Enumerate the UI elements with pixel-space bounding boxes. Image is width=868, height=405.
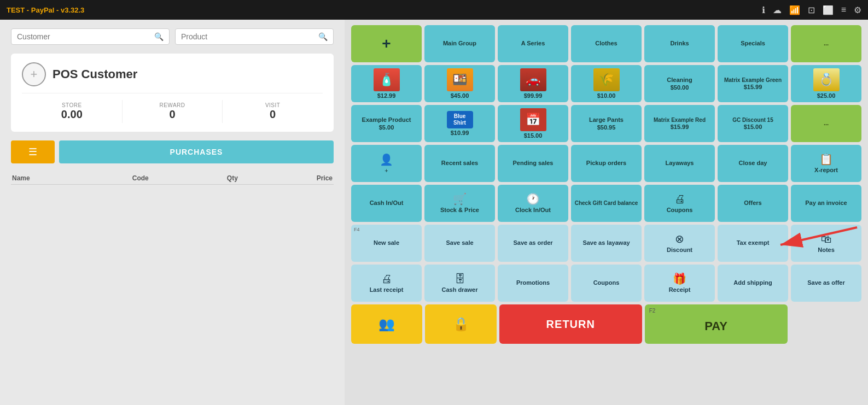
customers-icon: 👥 — [378, 316, 395, 332]
offers-tile[interactable]: Offers — [718, 185, 788, 222]
left-panel: 🔍 🔍 + POS Customer STORE 0.00 REWARD 0 — [0, 20, 345, 405]
cash-drawer-tile[interactable]: 🗄 Cash drawer — [424, 265, 495, 302]
menu-icon[interactable]: ≡ — [841, 5, 846, 15]
pickup-orders-tile[interactable]: Pickup orders — [571, 145, 642, 182]
monitor-icon[interactable]: ⊡ — [808, 5, 815, 15]
a-series-label: A Series — [521, 40, 545, 47]
product-search-icon: 🔍 — [318, 32, 328, 41]
large-pants-tile[interactable]: Large Pants $50.95 — [571, 105, 642, 142]
save-sale-tile[interactable]: Save sale — [424, 225, 495, 262]
coupons-tile-row5[interactable]: 🖨 Coupons — [644, 185, 715, 222]
product-bottle-tile[interactable]: 🧴 $12.99 — [351, 65, 422, 102]
save-as-layaway-tile[interactable]: Save as layaway — [571, 225, 642, 262]
more-categories-tile[interactable]: ... — [791, 25, 861, 62]
return-button[interactable]: RETURN — [499, 304, 642, 344]
cleaning-label: Cleaning — [667, 77, 692, 84]
last-receipt-icon: 🖨 — [381, 273, 392, 285]
matrix-red-tile[interactable]: Matrix Example Red $15.99 — [644, 105, 715, 142]
blue-shirt-img: Blue Shirt — [447, 111, 473, 128]
customer-name: POS Customer — [53, 67, 137, 81]
tax-exempt-tile[interactable]: Tax exempt — [718, 225, 788, 262]
drinks-label: Drinks — [670, 40, 689, 47]
lock-button[interactable]: 🔒 — [425, 304, 496, 344]
product-food-tile[interactable]: 🍱 $45.00 — [424, 65, 495, 102]
customer-search-input[interactable] — [17, 32, 154, 41]
cash-drawer-icon: 🗄 — [455, 273, 465, 285]
save-as-offer-tile[interactable]: Save as offer — [791, 265, 861, 302]
example-product-price: $5.00 — [379, 124, 394, 131]
clock-in-out-tile[interactable]: 🕐 Clock In/Out — [498, 185, 568, 222]
recent-sales-tile[interactable]: Recent sales — [424, 145, 495, 182]
purchases-button[interactable]: PURCHASES — [59, 140, 334, 163]
stat-store-label: STORE — [22, 102, 122, 108]
info-icon[interactable]: ℹ — [762, 5, 765, 15]
new-sale-label: New sale — [374, 239, 399, 246]
save-as-layaway-label: Save as layaway — [582, 239, 630, 246]
lock-icon: 🔒 — [453, 316, 469, 332]
matrix-green-tile[interactable]: Matrix Example Green $15.99 — [718, 65, 788, 102]
product-search-input[interactable] — [181, 32, 318, 41]
customer-search-box[interactable]: 🔍 — [11, 28, 170, 45]
cash-in-out-tile[interactable]: Cash In/Out — [351, 185, 422, 222]
check-giftcard-label: Check Gift Card balance — [575, 200, 638, 207]
cleaning-price: $50.00 — [671, 84, 689, 91]
x-report-tile[interactable]: 📋 X-report — [791, 145, 861, 182]
notes-tile[interactable]: 🛍 Notes — [791, 225, 861, 262]
signal-icon[interactable]: 📶 — [789, 5, 800, 15]
close-day-label: Close day — [739, 160, 767, 167]
receipt-tile[interactable]: 🎁 Receipt — [644, 265, 715, 302]
settings-icon[interactable]: ⚙ — [854, 5, 861, 15]
pay-invoice-tile[interactable]: Pay an invoice — [791, 185, 861, 222]
drinks-tile[interactable]: Drinks — [644, 25, 715, 62]
customer-stats: STORE 0.00 REWARD 0 VISIT 0 — [22, 93, 323, 123]
coupons-tile-row7[interactable]: Coupons — [571, 265, 642, 302]
stat-visit-label: VISIT — [223, 102, 323, 108]
product-ring-tile[interactable]: 💍 $25.00 — [791, 65, 861, 102]
stock-price-icon: 🛒 — [453, 192, 467, 206]
new-sale-tile[interactable]: F4 New sale — [351, 225, 422, 262]
promotions-tile[interactable]: Promotions — [498, 265, 568, 302]
product-car-tile[interactable]: 🚗 $99.99 — [498, 65, 568, 102]
example-product-tile[interactable]: Example Product $5.00 — [351, 105, 422, 142]
product-bottle-img: 🧴 — [374, 68, 400, 91]
last-receipt-tile[interactable]: 🖨 Last receipt — [351, 265, 422, 302]
product-car-price: $99.99 — [524, 92, 543, 99]
main-group-tile[interactable]: Main Group — [424, 25, 495, 62]
notes-icon: 🛍 — [821, 233, 832, 245]
calendar-price: $15.00 — [524, 132, 543, 139]
check-giftcard-tile[interactable]: Check Gift Card balance — [571, 185, 642, 222]
clock-in-out-label: Clock In/Out — [515, 207, 551, 214]
product-ring-img: 💍 — [813, 68, 840, 91]
specials-tile[interactable]: Specials — [718, 25, 788, 62]
col-qty-header: Qty — [212, 174, 252, 182]
pending-sales-tile[interactable]: Pending sales — [498, 145, 568, 182]
cart-icon: ☰ — [28, 146, 37, 158]
cleaning-tile[interactable]: Cleaning $50.00 — [644, 65, 715, 102]
more-products-tile[interactable]: ... — [791, 105, 861, 142]
gc-discount-tile[interactable]: GC Discount 15 $15.00 — [718, 105, 788, 142]
save-as-order-label: Save as order — [513, 239, 552, 246]
add-shipping-tile[interactable]: Add shipping — [718, 265, 788, 302]
blue-shirt-tile[interactable]: Blue Shirt $10.99 — [424, 105, 495, 142]
product-search-box[interactable]: 🔍 — [175, 28, 334, 45]
customers-button[interactable]: 👥 — [351, 304, 422, 344]
large-pants-label: Large Pants — [589, 116, 624, 124]
blue-shirt-price: $10.99 — [451, 130, 469, 136]
a-series-tile[interactable]: A Series — [498, 25, 568, 62]
add-customer-tile[interactable]: 👤 + — [351, 145, 422, 182]
clothes-tile[interactable]: Clothes — [571, 25, 642, 62]
cloud-icon[interactable]: ☁ — [773, 5, 782, 15]
close-day-tile[interactable]: Close day — [718, 145, 788, 182]
stock-price-tile[interactable]: 🛒 Stock & Price — [424, 185, 495, 222]
pay-button[interactable]: F2 PAY — [645, 304, 788, 344]
f2-label: F2 — [649, 308, 656, 314]
save-as-order-tile[interactable]: Save as order — [498, 225, 568, 262]
gc-discount-price: $15.00 — [744, 124, 762, 130]
window-icon[interactable]: ⬜ — [823, 5, 834, 15]
product-grain-tile[interactable]: 🌾 $10.00 — [571, 65, 642, 102]
discount-tile[interactable]: ⊗ Discount — [644, 225, 715, 262]
calendar-tile[interactable]: 📅 $15.00 — [498, 105, 568, 142]
layaways-tile[interactable]: Layaways — [644, 145, 715, 182]
cart-button[interactable]: ☰ — [11, 140, 55, 163]
add-tile[interactable]: + — [351, 25, 422, 62]
